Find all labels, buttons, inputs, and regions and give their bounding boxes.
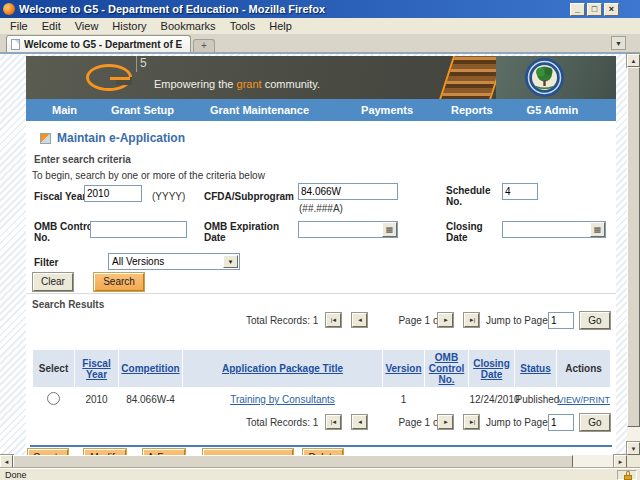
go-button[interactable]: Go bbox=[580, 312, 610, 329]
calendar-icon[interactable]: ▦ bbox=[590, 222, 605, 237]
nav-item-grant-setup[interactable]: Grant Setup bbox=[111, 104, 174, 116]
cfda-hint: (##.###A) bbox=[299, 203, 343, 214]
omb-expiration-label: OMB Expiration Date bbox=[204, 221, 284, 243]
divider-blue bbox=[30, 445, 612, 447]
divider bbox=[26, 293, 616, 294]
tab-title: Welcome to G5 - Department of Edu... bbox=[24, 39, 182, 50]
col-fiscal-year[interactable]: Fiscal Year bbox=[82, 358, 110, 380]
table-row: 2010 84.066W-4 Training by Consultants 1… bbox=[33, 388, 611, 410]
status-bar: Done bbox=[0, 468, 640, 480]
go-button[interactable]: Go bbox=[580, 414, 610, 431]
clear-button[interactable]: Clear bbox=[33, 273, 73, 291]
scroll-down-icon[interactable]: ▼ bbox=[627, 442, 640, 455]
col-actions: Actions bbox=[565, 363, 602, 374]
menu-bookmarks[interactable]: Bookmarks bbox=[155, 19, 222, 33]
security-panel bbox=[617, 470, 637, 480]
col-status[interactable]: Status bbox=[520, 363, 551, 374]
jump-to-page-input[interactable] bbox=[548, 312, 574, 329]
last-page-button[interactable]: ►| bbox=[464, 313, 479, 327]
close-button[interactable]: × bbox=[604, 3, 619, 16]
menu-tools[interactable]: Tools bbox=[224, 19, 262, 33]
tagline-pre: Empowering the bbox=[154, 78, 237, 90]
search-button[interactable]: Search bbox=[94, 273, 144, 291]
first-page-button[interactable]: |◄ bbox=[326, 415, 341, 429]
menu-help[interactable]: Help bbox=[263, 19, 298, 33]
last-page-button[interactable]: ►| bbox=[464, 415, 479, 429]
restore-button[interactable]: □ bbox=[587, 3, 602, 16]
tagline-grant: grant bbox=[237, 78, 262, 90]
page-title-icon bbox=[40, 133, 51, 144]
menu-view[interactable]: View bbox=[69, 19, 105, 33]
col-version[interactable]: Version bbox=[385, 363, 421, 374]
cell-closing-date: 12/24/2010 bbox=[469, 388, 515, 410]
g5-banner: 5 Empowering the grant community. bbox=[26, 56, 616, 99]
col-application-package-title[interactable]: Application Package Title bbox=[222, 363, 343, 374]
view-print-link[interactable]: VIEW/PRINT bbox=[558, 395, 611, 405]
nav-item-g5-admin[interactable]: G5 Admin bbox=[527, 104, 579, 116]
minimize-button[interactable]: _ bbox=[570, 3, 585, 16]
tab-welcome-g5[interactable]: Welcome to G5 - Department of Edu... bbox=[6, 35, 191, 52]
list-all-tabs-button[interactable]: ▼ bbox=[611, 36, 626, 50]
application-package-link[interactable]: Training by Consultants bbox=[230, 394, 335, 405]
total-records: Total Records: 1 bbox=[246, 315, 318, 326]
page-title: Maintain e-Application bbox=[57, 131, 185, 145]
status-text: Done bbox=[0, 470, 617, 480]
col-omb-control-no[interactable]: OMB Control No. bbox=[429, 352, 465, 385]
select-row-radio[interactable] bbox=[47, 392, 60, 405]
next-page-button[interactable]: ► bbox=[438, 313, 453, 327]
menu-bar: File Edit View History Bookmarks Tools H… bbox=[0, 18, 640, 35]
vertical-scrollbar[interactable]: ▲ ▼ bbox=[627, 54, 640, 455]
title-bar[interactable]: Welcome to G5 - Department of Education … bbox=[0, 0, 640, 18]
g5-logo-bar bbox=[110, 77, 130, 80]
nav-item-payments[interactable]: Payments bbox=[361, 104, 413, 116]
nav-item-reports[interactable]: Reports bbox=[451, 104, 493, 116]
calendar-icon[interactable]: ▦ bbox=[382, 222, 397, 237]
menu-edit[interactable]: Edit bbox=[36, 19, 67, 33]
fiscal-year-hint: (YYYY) bbox=[152, 191, 185, 202]
tagline-post: community. bbox=[262, 78, 320, 90]
banner-tagline: Empowering the grant community. bbox=[154, 78, 320, 90]
education-seal-icon bbox=[524, 57, 565, 98]
cell-competition: 84.066W-4 bbox=[119, 388, 183, 410]
menu-file[interactable]: File bbox=[4, 19, 34, 33]
col-closing-date[interactable]: Closing Date bbox=[473, 358, 510, 380]
cfda-input[interactable] bbox=[298, 183, 398, 200]
nav-item-main[interactable]: Main bbox=[52, 104, 77, 116]
menu-history[interactable]: History bbox=[106, 19, 152, 33]
pager-top: Total Records: 1 |◄ ◄ Page 1 of 1 ► ►| J… bbox=[26, 311, 616, 331]
scroll-up-icon[interactable]: ▲ bbox=[627, 54, 640, 67]
pager-bottom: Total Records: 1 |◄ ◄ Page 1 of 1 ► ►| J… bbox=[26, 413, 616, 433]
next-page-button[interactable]: ► bbox=[438, 415, 453, 429]
search-instructions: To begin, search by one or more of the c… bbox=[32, 170, 265, 181]
main-nav: Main Grant Setup Grant Maintenance Payme… bbox=[26, 99, 616, 121]
search-results-heading: Search Results bbox=[32, 299, 104, 310]
table-header-row: Select Fiscal Year Competition Applicati… bbox=[33, 350, 611, 388]
first-page-button[interactable]: |◄ bbox=[326, 313, 341, 327]
scroll-left-icon[interactable]: ◄ bbox=[0, 455, 13, 468]
filter-select[interactable]: All Versions ▼ bbox=[108, 253, 240, 270]
cell-fiscal-year: 2010 bbox=[75, 388, 119, 410]
jump-to-page-label: Jump to Page bbox=[486, 417, 548, 428]
new-tab-button[interactable]: + bbox=[193, 39, 215, 52]
nav-item-grant-maintenance[interactable]: Grant Maintenance bbox=[210, 104, 309, 116]
total-records: Total Records: 1 bbox=[246, 417, 318, 428]
closing-date-field: ▦ bbox=[502, 221, 606, 238]
schedule-input[interactable] bbox=[502, 183, 538, 200]
dropdown-arrow-icon[interactable]: ▼ bbox=[223, 255, 238, 268]
window-title: Welcome to G5 - Department of Education … bbox=[19, 3, 570, 15]
jump-to-page-input[interactable] bbox=[548, 414, 574, 431]
fiscal-year-label-text: Fiscal Year bbox=[34, 191, 86, 202]
search-criteria-heading: Enter search criteria bbox=[34, 154, 131, 165]
horizontal-scrollbar[interactable]: ◄ ► bbox=[0, 455, 627, 468]
col-competition[interactable]: Competition bbox=[121, 363, 179, 374]
vertical-scroll-thumb[interactable] bbox=[627, 67, 640, 427]
closing-date-label: Closing Date bbox=[446, 221, 498, 243]
cfda-label: CFDA/Subprogram bbox=[204, 191, 294, 202]
prev-page-button[interactable]: ◄ bbox=[352, 415, 367, 429]
prev-page-button[interactable]: ◄ bbox=[352, 313, 367, 327]
scroll-right-icon[interactable]: ► bbox=[614, 455, 627, 468]
fiscal-year-input[interactable] bbox=[84, 185, 142, 202]
filter-label: Filter bbox=[34, 257, 58, 268]
omb-control-input[interactable] bbox=[90, 221, 187, 238]
horizontal-scroll-thumb[interactable] bbox=[13, 455, 573, 468]
